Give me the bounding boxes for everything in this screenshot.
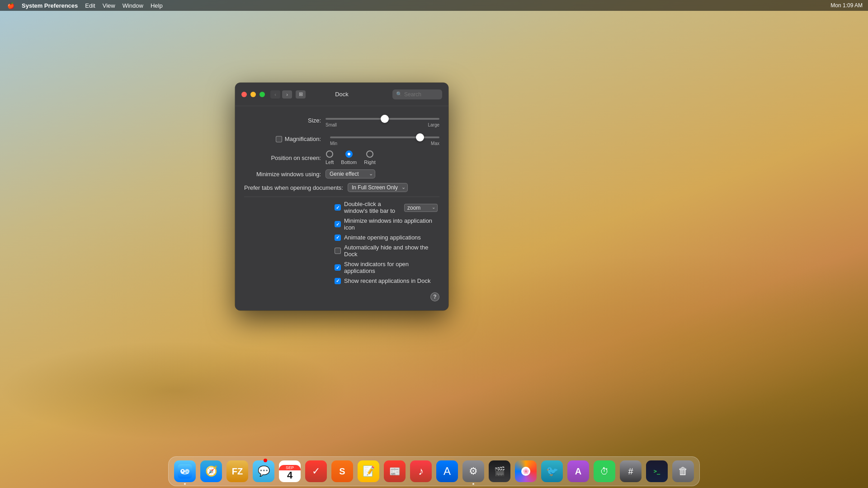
size-row: Size: Small Large bbox=[244, 113, 439, 127]
close-button[interactable] bbox=[241, 92, 247, 97]
dock-item-news[interactable]: 📰 bbox=[383, 460, 406, 483]
dock-item-wail[interactable]: 🐦 bbox=[540, 460, 564, 483]
window-nav: ‹ › ⊞ bbox=[270, 90, 306, 99]
mag-slider-container: Min Max bbox=[330, 132, 439, 146]
position-control: Left Bottom Right bbox=[326, 150, 439, 165]
wail-icon: 🐦 bbox=[541, 460, 563, 482]
position-right-label: Right bbox=[364, 160, 376, 165]
show-indicators-checkbox[interactable] bbox=[335, 264, 341, 271]
dock-item-calendar[interactable]: SEP 4 bbox=[278, 460, 302, 483]
dock-item-sublime[interactable]: S bbox=[330, 460, 354, 483]
trash-icon: 🗑 bbox=[672, 460, 694, 482]
size-slider-container: Small Large bbox=[326, 113, 439, 127]
window-menu[interactable]: Window bbox=[119, 0, 147, 11]
minimize-row: Minimize windows using: Genie effect Sca… bbox=[244, 169, 439, 178]
search-input[interactable] bbox=[404, 91, 439, 98]
tabs-control: In Full Screen Only Always Manually bbox=[348, 183, 439, 192]
app-store-icon: A bbox=[436, 460, 458, 482]
auto-hide-label: Automatically hide and show the Dock bbox=[344, 244, 439, 258]
mag-slider-labels: Min Max bbox=[330, 141, 439, 146]
menubar-left: 🍎 System Preferences Edit View Window He… bbox=[4, 0, 166, 11]
claquette-icon: 🎬 bbox=[489, 460, 510, 482]
minimize-label: Minimize windows using: bbox=[244, 171, 326, 178]
animate-row: Animate opening applications bbox=[335, 234, 439, 241]
animate-checkbox[interactable] bbox=[335, 235, 341, 241]
magnification-label-section: Magnification: bbox=[244, 136, 326, 142]
dock-item-timing[interactable]: ⏱ bbox=[593, 460, 616, 483]
finder-svg bbox=[178, 464, 192, 479]
magnification-slider[interactable] bbox=[330, 136, 439, 138]
mag-max-label: Max bbox=[431, 141, 439, 146]
position-bottom[interactable]: Bottom bbox=[341, 150, 357, 165]
view-menu[interactable]: View bbox=[99, 0, 119, 11]
help-button[interactable]: ? bbox=[430, 292, 439, 301]
size-slider[interactable] bbox=[326, 118, 439, 120]
maximize-button[interactable] bbox=[259, 92, 265, 97]
dock-item-filezilla[interactable]: FZ bbox=[226, 460, 249, 483]
finder-icon bbox=[174, 460, 196, 482]
position-left-radio[interactable] bbox=[326, 150, 333, 158]
dock: 🧭 FZ 💬 SEP 4 ✓ S 📝 bbox=[168, 456, 700, 486]
messages-dot bbox=[264, 459, 267, 462]
search-bar[interactable]: 🔍 bbox=[392, 89, 442, 99]
help-menu[interactable]: Help bbox=[147, 0, 166, 11]
double-click-checkbox[interactable] bbox=[335, 204, 341, 211]
back-button[interactable]: ‹ bbox=[270, 90, 280, 99]
size-label: Size: bbox=[244, 117, 326, 124]
menubar-right: Mon 1:09 AM bbox=[829, 2, 864, 9]
dock-item-trash[interactable]: 🗑 bbox=[671, 460, 695, 483]
position-bottom-label: Bottom bbox=[341, 160, 357, 165]
traffic-lights bbox=[241, 92, 265, 97]
app-name[interactable]: System Preferences bbox=[18, 0, 81, 11]
position-row: Position on screen: Left Bottom Right bbox=[244, 150, 439, 165]
minimize-app-icon-label: Minimize windows into application icon bbox=[344, 217, 439, 231]
size-slider-labels: Small Large bbox=[326, 122, 439, 127]
tabs-label: Prefer tabs when opening documents: bbox=[244, 184, 348, 191]
forward-button[interactable]: › bbox=[282, 90, 292, 99]
dock-item-itunes[interactable]: ♪ bbox=[409, 460, 433, 483]
dock-item-photos[interactable]: 🌸 bbox=[514, 460, 538, 483]
window-titlebar: ‹ › ⊞ Dock 🔍 bbox=[235, 83, 448, 106]
auto-hide-checkbox[interactable] bbox=[335, 248, 341, 254]
minimize-select[interactable]: Genie effect Scale effect bbox=[326, 169, 375, 178]
window-content: Size: Small Large Magnification: bbox=[235, 106, 448, 310]
dock-item-affinity[interactable]: A bbox=[566, 460, 590, 483]
dock-item-omnifocus[interactable]: ✓ bbox=[304, 460, 328, 483]
dock-item-messages[interactable]: 💬 bbox=[252, 460, 275, 483]
dock-item-calculator[interactable]: # bbox=[619, 460, 642, 483]
show-recent-checkbox[interactable] bbox=[335, 278, 341, 284]
magnification-label: Magnification: bbox=[285, 136, 321, 142]
grid-button[interactable]: ⊞ bbox=[296, 90, 306, 99]
dock-item-safari[interactable]: 🧭 bbox=[199, 460, 223, 483]
minimize-app-icon-checkbox[interactable] bbox=[335, 221, 341, 227]
tabs-row: Prefer tabs when opening documents: In F… bbox=[244, 183, 439, 192]
auto-hide-row: Automatically hide and show the Dock bbox=[335, 244, 439, 258]
edit-menu[interactable]: Edit bbox=[81, 0, 99, 11]
apple-menu[interactable]: 🍎 bbox=[4, 0, 18, 11]
safari-icon: 🧭 bbox=[200, 460, 222, 482]
itunes-icon: ♪ bbox=[410, 460, 432, 482]
position-right[interactable]: Right bbox=[364, 150, 376, 165]
affinity-photo-icon: A bbox=[567, 460, 589, 482]
tabs-select[interactable]: In Full Screen Only Always Manually bbox=[348, 183, 408, 192]
position-right-radio[interactable] bbox=[366, 150, 373, 158]
dock-item-iterm[interactable]: >_ bbox=[645, 460, 669, 483]
position-bottom-radio[interactable] bbox=[345, 150, 353, 158]
magnification-checkbox[interactable] bbox=[276, 136, 282, 142]
size-large-label: Large bbox=[428, 122, 439, 127]
dock-item-claquette[interactable]: 🎬 bbox=[488, 460, 511, 483]
dock-item-appstore[interactable]: A bbox=[435, 460, 459, 483]
double-click-label: Double-click a window's title bar to bbox=[344, 201, 398, 214]
show-indicators-row: Show indicators for open applications bbox=[335, 261, 439, 274]
svg-point-4 bbox=[187, 471, 188, 473]
zoom-select[interactable]: zoom minimize bbox=[404, 204, 438, 212]
messages-icon: 💬 bbox=[253, 460, 274, 482]
dock-item-stickies[interactable]: 📝 bbox=[357, 460, 380, 483]
dock-item-sysprefs[interactable]: ⚙ bbox=[462, 460, 485, 483]
position-left[interactable]: Left bbox=[326, 150, 334, 165]
dock-preferences-window: ‹ › ⊞ Dock 🔍 Size: Small Large bbox=[235, 83, 448, 310]
minimize-button[interactable] bbox=[250, 92, 256, 97]
menubar-time: Mon 1:09 AM bbox=[829, 2, 864, 9]
dock-item-finder[interactable] bbox=[173, 460, 197, 483]
minimize-control: Genie effect Scale effect bbox=[326, 169, 439, 178]
